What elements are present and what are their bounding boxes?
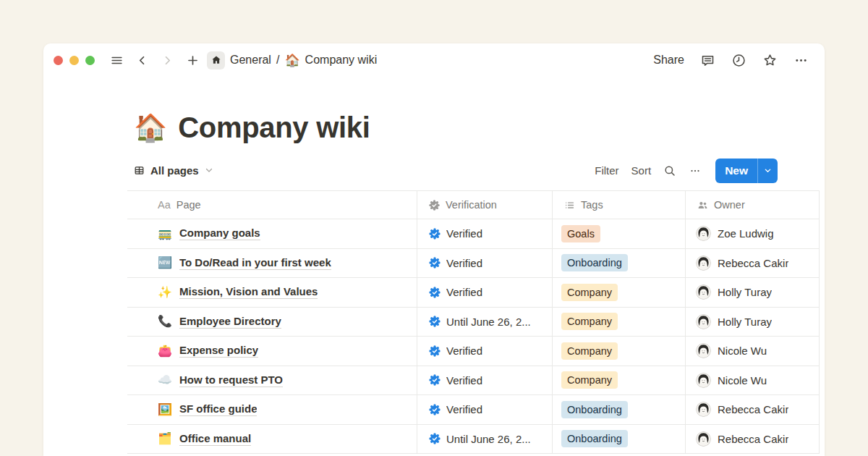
tags-cell[interactable]: Company — [553, 366, 686, 395]
page-cell[interactable]: ✨ Mission, Vision and Values — [127, 278, 417, 307]
verification-cell[interactable]: Verified — [417, 249, 553, 278]
table-row[interactable]: ✨ Mission, Vision and Values Verified Co… — [127, 278, 820, 308]
view-options-icon[interactable] — [689, 164, 702, 177]
page-title-link[interactable]: SF office guide — [179, 402, 258, 416]
verified-badge-icon — [429, 228, 441, 240]
column-header-page[interactable]: Aa Page — [127, 191, 417, 219]
breadcrumb-separator: / — [276, 54, 279, 67]
owner-cell[interactable]: Nicole Wu — [686, 337, 820, 366]
page-icon[interactable]: 🏠 — [134, 114, 167, 141]
column-label: Owner — [714, 199, 745, 211]
table-row[interactable]: 🆕 To Do/Read in your first week Verified… — [127, 249, 820, 279]
share-button[interactable]: Share — [653, 54, 684, 67]
zoom-window-button[interactable] — [85, 56, 95, 65]
page-emoji-icon: 🖼️ — [158, 404, 172, 415]
owner-name: Zoe Ludwig — [718, 227, 774, 240]
sidebar-menu-icon[interactable] — [109, 52, 124, 68]
tags-cell[interactable]: Company — [553, 337, 686, 366]
page-title-link[interactable]: To Do/Read in your first week — [179, 256, 331, 270]
page-cell[interactable]: 🆕 To Do/Read in your first week — [127, 249, 417, 278]
verification-cell[interactable]: Verified — [417, 337, 553, 366]
comments-icon[interactable] — [699, 52, 715, 68]
tag-chip[interactable]: Onboarding — [561, 254, 628, 271]
verification-cell[interactable]: Verified — [417, 395, 553, 424]
column-header-verification[interactable]: Verification — [417, 191, 553, 219]
column-label: Page — [176, 199, 201, 211]
page-title: Company wiki — [178, 111, 370, 144]
page-cell[interactable]: 👛 Expense policy — [127, 337, 417, 366]
tags-cell[interactable]: Onboarding — [553, 425, 686, 454]
verification-cell[interactable]: Until June 26, 2... — [417, 308, 553, 337]
owner-cell[interactable]: Nicole Wu — [686, 366, 820, 395]
breadcrumb-root[interactable]: General — [230, 54, 271, 67]
page-cell[interactable]: 🖼️ SF office guide — [127, 395, 417, 424]
page-emoji-icon: 🗂️ — [158, 433, 172, 444]
table-row[interactable]: 🖼️ SF office guide Verified Onboarding R… — [127, 395, 820, 425]
filter-button[interactable]: Filter — [595, 164, 618, 177]
updates-clock-icon[interactable] — [731, 52, 746, 68]
verification-text: Verified — [446, 403, 482, 415]
favorite-star-icon[interactable] — [762, 52, 778, 68]
owner-cell[interactable]: Rebecca Cakir — [686, 425, 820, 454]
owner-cell[interactable]: Rebecca Cakir — [686, 395, 820, 424]
avatar — [696, 402, 711, 417]
owner-cell[interactable]: Zoe Ludwig — [686, 219, 820, 248]
tags-cell[interactable]: Goals — [553, 219, 686, 248]
table-row[interactable]: 👛 Expense policy Verified Company Nicole… — [127, 337, 820, 366]
tag-chip[interactable]: Company — [561, 342, 618, 360]
breadcrumb-page[interactable]: Company wiki — [305, 54, 378, 67]
tag-chip[interactable]: Onboarding — [561, 430, 628, 447]
more-options-icon[interactable] — [793, 52, 809, 68]
page-cell[interactable]: 🗂️ Office manual — [127, 425, 417, 454]
owner-cell[interactable]: Holly Turay — [686, 308, 820, 337]
page-cell[interactable]: ☁️ How to request PTO — [127, 366, 417, 395]
verified-badge-icon — [429, 404, 441, 415]
tags-cell[interactable]: Onboarding — [553, 249, 686, 278]
column-header-owner[interactable]: Owner — [686, 191, 820, 219]
tag-chip[interactable]: Company — [561, 371, 618, 389]
verification-cell[interactable]: Verified — [417, 219, 553, 248]
table-row[interactable]: 🚃 Company goals Verified Goals Zoe Ludwi… — [127, 219, 820, 249]
page-cell[interactable]: 📞 Employee Directory — [127, 308, 417, 337]
verification-text: Until June 26, 2... — [446, 316, 531, 328]
tag-chip[interactable]: Goals — [561, 225, 600, 242]
home-icon[interactable] — [207, 51, 225, 69]
verification-cell[interactable]: Verified — [417, 366, 553, 395]
verification-cell[interactable]: Verified — [417, 278, 553, 307]
tag-chip[interactable]: Company — [561, 313, 618, 330]
owner-cell[interactable]: Holly Turay — [686, 278, 820, 307]
tags-cell[interactable]: Company — [553, 278, 686, 307]
verification-cell[interactable]: Until June 26, 2... — [417, 425, 553, 454]
new-page-icon[interactable] — [184, 52, 200, 68]
page-title-link[interactable]: How to request PTO — [179, 373, 283, 387]
table-row[interactable]: ☁️ How to request PTO Verified Company N… — [127, 366, 820, 396]
owner-name: Nicole Wu — [718, 345, 767, 357]
page-title-link[interactable]: Employee Directory — [179, 315, 281, 329]
view-switcher-all-pages[interactable]: All pages — [134, 164, 213, 177]
minimize-window-button[interactable] — [69, 56, 79, 65]
page-title-link[interactable]: Mission, Vision and Values — [179, 285, 318, 299]
page-emoji-icon: 🆕 — [158, 257, 172, 269]
tag-chip[interactable]: Company — [561, 284, 618, 301]
owner-name: Rebecca Cakir — [718, 403, 788, 415]
page-cell[interactable]: 🚃 Company goals — [127, 219, 417, 248]
new-button-label[interactable]: New — [715, 159, 757, 183]
back-icon[interactable] — [134, 52, 150, 68]
search-icon[interactable] — [663, 164, 676, 177]
column-label: Tags — [581, 199, 603, 211]
tag-chip[interactable]: Onboarding — [561, 401, 628, 418]
new-button[interactable]: New — [715, 159, 778, 183]
page-title-link[interactable]: Company goals — [179, 227, 260, 240]
table-row[interactable]: 📞 Employee Directory Until June 26, 2...… — [127, 308, 820, 337]
page-title-link[interactable]: Expense policy — [179, 344, 258, 358]
new-button-chevron-icon[interactable] — [758, 159, 778, 183]
column-header-tags[interactable]: Tags — [553, 191, 686, 219]
sort-button[interactable]: Sort — [631, 164, 652, 177]
app-window: General / 🏠 Company wiki Share 🏠 Company… — [43, 43, 825, 456]
tags-cell[interactable]: Company — [553, 308, 686, 337]
close-window-button[interactable] — [54, 56, 63, 65]
page-title-link[interactable]: Office manual — [179, 432, 251, 446]
table-row[interactable]: 🗂️ Office manual Until June 26, 2... Onb… — [127, 425, 820, 455]
owner-cell[interactable]: Rebecca Cakir — [686, 249, 820, 278]
tags-cell[interactable]: Onboarding — [553, 395, 686, 424]
